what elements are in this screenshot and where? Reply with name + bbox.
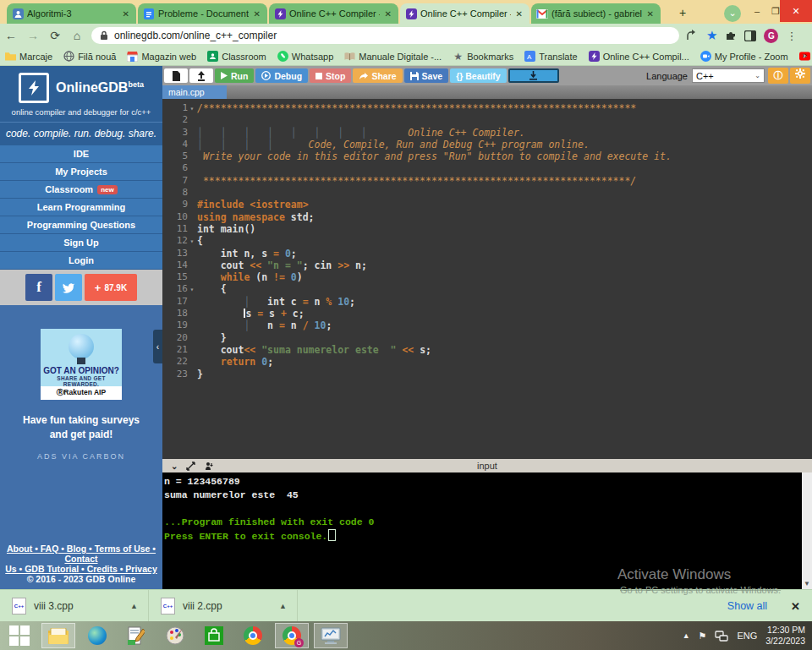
- bookmark-label: Whatsapp: [292, 52, 334, 62]
- editor-line: 3│ │ │ │ │ │ │ │ Online C++ Compiler.: [162, 127, 812, 139]
- stop-button[interactable]: Stop: [310, 68, 351, 83]
- profile-avatar[interactable]: G: [764, 29, 778, 43]
- sidebar-collapse-handle[interactable]: ‹: [153, 330, 162, 363]
- tray-language[interactable]: ENG: [737, 631, 757, 641]
- sidebar-item-sign-up[interactable]: Sign Up: [0, 234, 162, 252]
- url-text: onlinegdb.com/online_c++_compiler: [114, 30, 277, 41]
- run-button[interactable]: Run: [215, 68, 254, 83]
- sidebar: OnlineGDBbeta online compiler and debugg…: [0, 66, 162, 589]
- bookmark-item[interactable]: ★Bookmarks: [453, 51, 513, 62]
- bookmark-item[interactable]: My Profile - Zoom: [700, 51, 788, 62]
- console-line: [164, 502, 802, 516]
- sidebar-item-login[interactable]: Login: [0, 252, 162, 270]
- bookmark-item[interactable]: Whatsapp: [277, 51, 334, 62]
- share-count-button[interactable]: + 87.9K: [85, 274, 137, 301]
- new-tab-button[interactable]: +: [675, 6, 690, 21]
- close-button[interactable]: ✕: [780, 0, 812, 22]
- tab-close-icon[interactable]: ✕: [645, 9, 656, 19]
- activate-windows-watermark: Activate Windows: [617, 566, 731, 583]
- editor-line: 9#include <iostream>: [162, 199, 812, 210]
- sidebar-item-learn-programming[interactable]: Learn Programming: [0, 199, 162, 216]
- side-panel-icon[interactable]: [744, 30, 756, 41]
- sidebar-item-ide[interactable]: IDE: [0, 145, 162, 163]
- editor-line: 19 │ n = n / 10;: [162, 320, 812, 331]
- sidebar-item-my-projects[interactable]: My Projects: [0, 163, 162, 181]
- taskbar-edge[interactable]: [80, 623, 114, 648]
- bookmark-item[interactable]: Manuale Digitale -...: [344, 51, 442, 62]
- footer-links-line2[interactable]: Us • GDB Tutorial • Credits • Privacy: [5, 564, 156, 574]
- bookmark-star-icon[interactable]: ★: [706, 28, 717, 43]
- beautify-button[interactable]: {} Beautify: [450, 68, 507, 83]
- new-file-button[interactable]: [164, 68, 188, 83]
- tray-chevron-icon[interactable]: ▲: [683, 631, 690, 640]
- share-button[interactable]: Share: [353, 68, 402, 83]
- ide-toolbar: Run Debug Stop Share Save {} Beautify: [162, 66, 812, 85]
- taskbar-paint[interactable]: [158, 623, 192, 648]
- bookmarks-overflow-icon[interactable]: »: [802, 50, 807, 60]
- browser-tab[interactable]: (fără subiect) - gabriel.dima✕: [531, 3, 661, 24]
- sidebar-item-classroom[interactable]: Classroomnew: [0, 181, 162, 199]
- bookmark-item[interactable]: Marcaje: [5, 51, 52, 62]
- menu-kebab-icon[interactable]: ⋮: [786, 30, 797, 42]
- start-button[interactable]: [3, 623, 36, 648]
- tab-close-icon[interactable]: ✕: [383, 9, 393, 19]
- download-item[interactable]: C++viii 2.cpp▲: [149, 590, 298, 622]
- code-editor[interactable]: 1▾/*************************************…: [162, 99, 812, 459]
- download-item[interactable]: C++viii 3.cpp▲: [0, 590, 149, 622]
- back-icon[interactable]: ←: [0, 29, 22, 42]
- taskbar-system-monitor[interactable]: [314, 623, 348, 648]
- downloads-close-icon[interactable]: ✕: [791, 600, 800, 613]
- forward-icon[interactable]: →: [22, 29, 44, 42]
- share-page-icon[interactable]: [686, 30, 699, 41]
- taskbar-chrome-profile[interactable]: G: [275, 623, 309, 648]
- debug-button[interactable]: Debug: [255, 68, 308, 83]
- bookmark-item[interactable]: Magazin web: [127, 51, 196, 62]
- editor-line: 4│ │ │ │ Code, Compile, Run and Debug C+…: [162, 139, 812, 150]
- tab-search-icon[interactable]: ⌄: [724, 5, 741, 22]
- tray-flag-icon[interactable]: ⚑: [699, 631, 707, 642]
- download-button[interactable]: [508, 68, 559, 83]
- bookmark-item[interactable]: Filă nouă: [63, 51, 116, 62]
- taskbar-store[interactable]: [197, 623, 231, 648]
- console-scrollbar[interactable]: ▼: [802, 472, 812, 589]
- footer-links-line1[interactable]: About • FAQ • Blog • Terms of Use • Cont…: [7, 543, 156, 564]
- bolt-icon: [589, 51, 600, 62]
- bookmark-item[interactable]: ATranslate: [524, 51, 577, 62]
- reload-icon[interactable]: ⟳: [44, 29, 66, 42]
- tab-close-icon[interactable]: ✕: [252, 9, 262, 19]
- tab-close-icon[interactable]: ✕: [514, 9, 524, 19]
- tab-close-icon[interactable]: ✕: [121, 9, 131, 19]
- whatsapp-icon: [277, 51, 288, 62]
- language-select[interactable]: C++ ⌄: [692, 68, 765, 83]
- bookmark-item[interactable]: Online C++ Compil...: [589, 51, 689, 62]
- ad-banner[interactable]: GOT AN OPINION? SHARE AND GET REWARDED. …: [41, 329, 122, 400]
- home-icon[interactable]: ⌂: [66, 29, 88, 42]
- twitter-button[interactable]: [55, 274, 82, 301]
- ide-main: Run Debug Stop Share Save {} Beautify: [162, 66, 812, 589]
- browser-tab[interactable]: Algoritmi-3✕: [7, 3, 136, 24]
- bookmark-item[interactable]: Classroom: [207, 51, 266, 62]
- tray-clock[interactable]: 12:30 PM 3/22/2023: [765, 625, 805, 647]
- taskbar: G ▲ ⚑ ENG 12:30 PM 3/22/2023: [0, 621, 812, 650]
- browser-tab[interactable]: Online C++ Compiler - onl✕: [400, 3, 529, 24]
- tray-network-icon[interactable]: [715, 631, 728, 642]
- taskbar-notes-app[interactable]: [119, 623, 153, 648]
- download-menu-chevron-icon[interactable]: ▲: [279, 602, 287, 610]
- browser-tab[interactable]: Probleme - Documente Go✕: [138, 3, 267, 24]
- browser-tab[interactable]: Online C++ Compiler - onl✕: [269, 3, 398, 24]
- extensions-icon[interactable]: [725, 30, 737, 41]
- download-icon: [529, 71, 538, 80]
- show-all-downloads-link[interactable]: Show all: [727, 600, 767, 612]
- tab-title: Online C++ Compiler - onl: [289, 8, 380, 19]
- sidebar-item-programming-questions[interactable]: Programming Questions: [0, 216, 162, 234]
- save-button[interactable]: Save: [404, 68, 449, 83]
- address-bar[interactable]: onlinegdb.com/online_c++_compiler: [91, 27, 679, 44]
- download-menu-chevron-icon[interactable]: ▲: [130, 602, 138, 610]
- facebook-button[interactable]: f: [25, 274, 52, 301]
- fork-project-button[interactable]: [189, 68, 213, 83]
- taskbar-file-explorer[interactable]: [41, 623, 75, 648]
- taskbar-chrome[interactable]: [236, 623, 270, 648]
- file-tab-main-cpp[interactable]: main.cpp: [162, 85, 227, 99]
- info-button[interactable]: ⓘ: [768, 68, 788, 84]
- settings-gear-button[interactable]: [790, 68, 810, 84]
